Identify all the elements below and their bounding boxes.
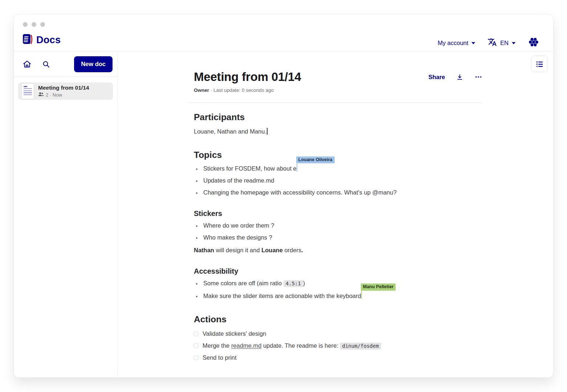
docs-book-icon <box>23 33 33 46</box>
todo-checkbox[interactable] <box>194 331 199 336</box>
todo-checkbox[interactable] <box>194 343 199 348</box>
window-dot-icon <box>32 22 36 27</box>
main-panel: Meeting from 01/14 Share <box>118 52 553 377</box>
stickers-bullet-2: Who makes the designs ? <box>203 234 272 241</box>
todo-item: Send to print <box>194 354 482 362</box>
readme-link[interactable]: readme.md <box>231 342 261 349</box>
collab-cursor-manu: Manu Pelletier <box>361 291 362 299</box>
language-selector[interactable]: EN <box>488 37 515 48</box>
sidebar-toolbar: New doc <box>14 52 117 77</box>
users-icon <box>38 92 44 98</box>
chevron-down-icon <box>472 42 475 44</box>
list-item: Stickers for FOSDEM, how about eLouane O… <box>201 164 482 173</box>
todo-label: Merge the readme.md update. The readme i… <box>203 342 381 350</box>
heading-stickers: Stickers <box>194 209 482 218</box>
todo-label: Send to print <box>203 354 237 362</box>
title-divider <box>188 102 482 103</box>
sidebar: New doc Meeting from 01/14 <box>14 52 118 377</box>
list-item: Some colors are off (aim ratio 4.5:1) <box>201 279 482 288</box>
text-caret <box>267 128 268 135</box>
todo-list: Validate stickers' design Merge the read… <box>194 330 482 362</box>
home-button[interactable] <box>23 60 32 69</box>
todo-checkbox[interactable] <box>194 355 199 360</box>
sidebar-doc-meta: 2 · Now <box>46 92 62 98</box>
language-label: EN <box>500 40 509 46</box>
list-item: Make sure the slider items are actionabl… <box>201 291 482 301</box>
doc-title[interactable]: Meeting from 01/14 <box>194 70 428 84</box>
doc-toolbar: Share <box>428 73 482 81</box>
doc-meta: Owner · Last update: 0 seconds ago <box>194 87 482 93</box>
app-title: Docs <box>36 34 61 46</box>
heading-topics: Topics <box>194 150 482 160</box>
topics-bullet-2: Updates of the readme.md <box>203 177 274 184</box>
window-dot-icon <box>23 22 28 27</box>
todo-item: Merge the readme.md update. The readme i… <box>194 342 482 350</box>
stickers-note: Nathan will design it and Louane orders. <box>194 246 482 255</box>
sidebar-doc-title: Meeting from 01/14 <box>38 84 89 91</box>
topics-bullet-3: Changing the homepage with accessibility… <box>203 189 397 196</box>
list-item: Who makes the designs ? <box>201 233 482 242</box>
heading-actions: Actions <box>194 314 482 324</box>
my-account-menu[interactable]: My account <box>438 40 475 46</box>
accessibility-bullet-2: Make sure the slider items are actionabl… <box>203 293 361 299</box>
heading-accessibility: Accessibility <box>194 267 482 275</box>
app-launcher-button[interactable] <box>528 36 539 49</box>
inline-code: 4.5:1 <box>284 280 303 287</box>
app-window: Docs My account EN <box>14 15 553 377</box>
sidebar-doc-item[interactable]: Meeting from 01/14 2 · Now <box>18 82 113 100</box>
new-doc-button[interactable]: New doc <box>74 56 113 72</box>
window-dot-icon <box>40 22 45 27</box>
list-item: Where do we order them ? <box>201 221 482 230</box>
header-actions: My account EN <box>438 35 539 51</box>
list-item: Changing the homepage with accessibility… <box>201 188 482 197</box>
stickers-bullet-1: Where do we order them ? <box>203 222 274 229</box>
heading-participants: Participants <box>194 112 482 122</box>
editor-content[interactable]: Participants Louane, Nathan and Manu. To… <box>194 112 482 377</box>
share-button[interactable]: Share <box>428 74 445 81</box>
doc-thumbnail-icon <box>22 83 34 99</box>
search-button[interactable] <box>42 60 50 69</box>
stickers-list: Where do we order them ? Who makes the d… <box>194 221 482 242</box>
table-of-contents-button[interactable] <box>531 56 548 72</box>
gaufre-apps-icon <box>528 36 539 49</box>
participants-text: Louane, Nathan and Manu. <box>194 128 266 135</box>
more-options-button[interactable] <box>474 73 482 81</box>
translate-icon <box>488 37 497 48</box>
download-button[interactable] <box>456 73 464 81</box>
topics-bullet-1: Stickers for FOSDEM, how about e <box>203 165 297 172</box>
owner-badge: Owner <box>194 87 209 93</box>
accessibility-list: Some colors are off (aim ratio 4.5:1) Ma… <box>194 279 482 301</box>
collab-cursor-louane: Louane Oliveira <box>297 164 297 172</box>
window-controls <box>23 22 45 27</box>
chevron-down-icon <box>512 42 515 44</box>
app-logo[interactable]: Docs <box>23 33 61 46</box>
inline-code: dinum/fosdem <box>340 343 381 350</box>
todo-label: Validate stickers' design <box>203 330 266 338</box>
todo-item: Validate stickers' design <box>194 330 482 338</box>
heading-next-meeting: Next meeting <box>194 376 482 377</box>
collab-cursor-label: Manu Pelletier <box>361 283 396 290</box>
collab-cursor-label: Louane Oliveira <box>296 156 335 163</box>
last-update-label: · Last update: 0 seconds ago <box>211 87 274 93</box>
window-header: Docs My account EN <box>14 15 553 52</box>
document: Meeting from 01/14 Share <box>194 52 482 377</box>
list-item: Updates of the readme.md <box>201 176 482 185</box>
topics-list: Stickers for FOSDEM, how about eLouane O… <box>194 164 482 197</box>
my-account-label: My account <box>438 40 468 46</box>
